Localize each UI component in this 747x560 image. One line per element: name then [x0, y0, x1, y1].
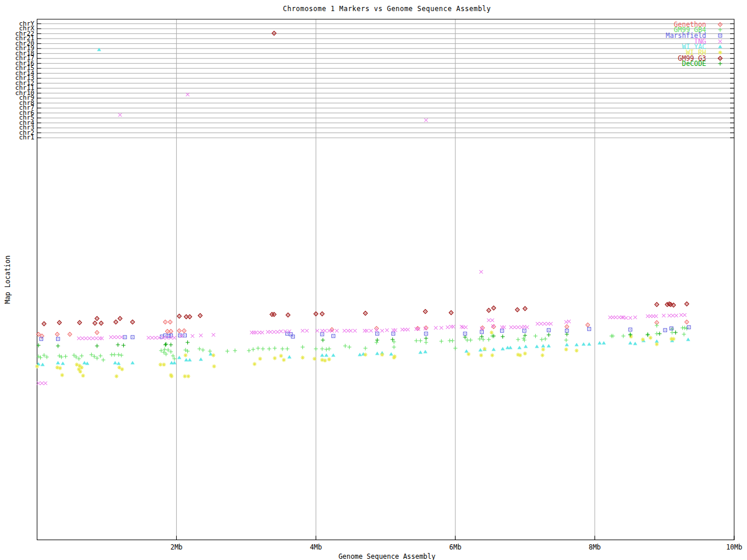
data-point [347, 345, 351, 349]
data-point [113, 335, 116, 339]
data-point [56, 361, 60, 365]
data-point [116, 343, 120, 347]
data-point [523, 307, 527, 311]
data-point [469, 338, 473, 342]
data-point [565, 332, 569, 337]
data-point [375, 341, 379, 345]
data-point [575, 349, 579, 353]
data-point [42, 354, 46, 358]
data-point [159, 363, 163, 367]
data-point [81, 374, 85, 378]
data-point [452, 325, 455, 328]
data-point [92, 355, 96, 359]
data-point [99, 354, 103, 358]
data-point [664, 328, 667, 332]
data-point [541, 348, 545, 352]
data-point [131, 361, 135, 365]
data-point [301, 345, 305, 349]
data-point [321, 338, 325, 342]
data-point [118, 113, 122, 117]
data-point [523, 329, 526, 332]
data-point [183, 334, 187, 337]
data-point [42, 322, 46, 326]
data-point [598, 341, 602, 345]
data-point [120, 368, 124, 372]
data-point [116, 335, 120, 339]
data-point [672, 337, 676, 341]
data-point [658, 332, 662, 336]
data-point [424, 118, 428, 122]
data-point [117, 353, 121, 357]
data-point [418, 351, 423, 354]
data-point [424, 341, 428, 345]
data-point [385, 328, 389, 332]
data-point [439, 340, 444, 344]
data-point [424, 337, 428, 341]
data-point [117, 362, 121, 365]
data-point [364, 346, 368, 351]
data-point [491, 324, 495, 328]
data-point [685, 327, 689, 331]
data-point [279, 354, 283, 358]
data-point [540, 338, 544, 342]
data-point [414, 339, 418, 343]
data-point [164, 342, 168, 346]
data-point [449, 311, 453, 315]
data-point [162, 363, 166, 367]
data-point [588, 327, 591, 331]
data-point [547, 333, 551, 337]
data-point [168, 320, 172, 324]
data-point [423, 310, 427, 314]
data-point [655, 342, 659, 346]
data-point [629, 341, 633, 345]
data-point [629, 316, 632, 320]
y-tick-label-chr1: chr1 [0, 135, 34, 140]
data-point [381, 329, 384, 332]
y-axis-title: Map Location [4, 256, 12, 304]
data-point [490, 354, 494, 358]
data-point [177, 314, 181, 318]
data-point [547, 328, 550, 332]
data-point [113, 361, 117, 365]
data-point [89, 353, 93, 357]
x-axis-title: Genome Sequence Assembly [27, 552, 747, 560]
data-point [273, 356, 277, 360]
data-point [463, 335, 467, 340]
data-point [225, 349, 229, 354]
data-point [629, 328, 632, 331]
data-point [375, 328, 378, 332]
data-point [487, 309, 491, 313]
data-point [393, 355, 397, 359]
data-point [633, 342, 637, 345]
data-point [80, 354, 84, 358]
data-point [253, 362, 257, 366]
data-point [323, 329, 327, 332]
data-point [78, 370, 82, 374]
data-point [509, 326, 513, 329]
data-point [55, 332, 60, 337]
data-point [170, 374, 174, 379]
plot-area [0, 0, 747, 560]
data-point [418, 339, 423, 343]
data-point [501, 335, 505, 339]
data-point [273, 330, 276, 334]
data-point [117, 366, 121, 370]
data-point [272, 32, 276, 36]
data-point [581, 342, 585, 346]
data-point [199, 358, 203, 361]
data-point [516, 326, 520, 329]
data-point [78, 321, 82, 325]
data-point [95, 337, 98, 340]
data-point [668, 314, 671, 317]
data-point [147, 336, 151, 340]
data-point [120, 354, 124, 358]
data-point [565, 325, 569, 329]
data-point [508, 346, 512, 349]
x-tick-label-2mb: 2Mb [159, 543, 194, 551]
data-point [655, 324, 659, 328]
data-point [281, 347, 285, 351]
data-point [376, 332, 379, 335]
data-point [254, 331, 258, 334]
plot-border [37, 19, 735, 540]
data-point [282, 358, 286, 362]
